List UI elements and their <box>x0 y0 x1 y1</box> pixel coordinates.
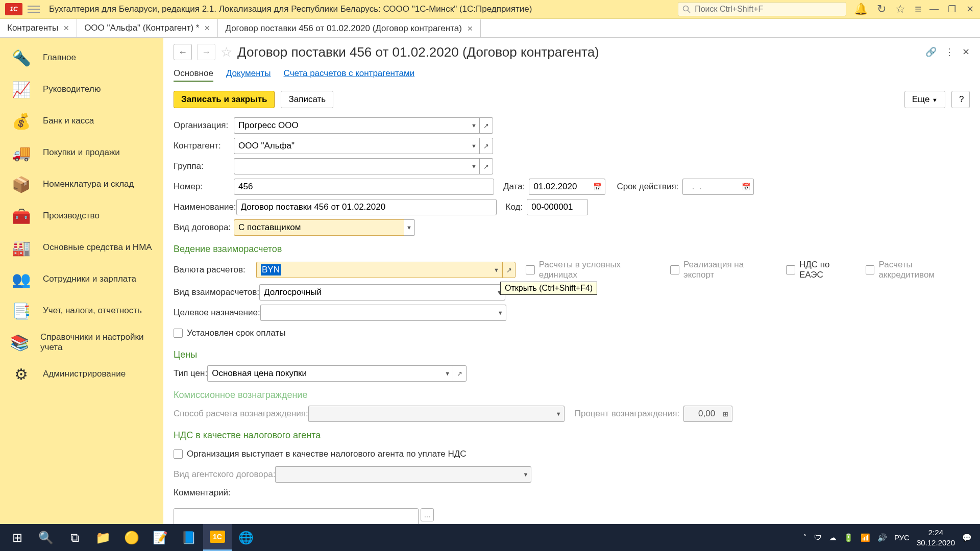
chk-vat-agent[interactable]: Организация выступает в качестве налогов… <box>174 449 467 459</box>
currency-field[interactable]: BYN ▼ ↗ <box>256 262 516 278</box>
group-field[interactable]: ▼ ↗ <box>234 158 493 174</box>
edge-icon[interactable]: 🌐 <box>232 524 260 551</box>
org-input[interactable] <box>234 117 469 134</box>
global-search[interactable] <box>678 2 846 16</box>
start-button[interactable]: ⊞ <box>3 524 32 551</box>
purpose-field[interactable]: ▼ <box>260 305 506 321</box>
subtab-documents[interactable]: Документы <box>226 66 271 82</box>
currency-input[interactable]: BYN <box>256 262 491 278</box>
chevron-down-icon[interactable]: ▼ <box>404 219 415 236</box>
save-button[interactable]: Записать <box>281 91 333 108</box>
history-icon[interactable]: ↻ <box>877 3 886 16</box>
sidebar-item-admin[interactable]: ⚙Администрирование <box>0 358 163 390</box>
list-icon[interactable]: ≡ <box>915 3 921 16</box>
contractor-field[interactable]: ▼ ↗ <box>234 138 493 154</box>
tab-alpha[interactable]: ООО "Альфа" (Контрагент) * ✕ <box>77 19 218 37</box>
chk-eaes[interactable]: НДС по ЕАЭС <box>786 260 855 280</box>
bell-icon[interactable]: 🔔 <box>854 3 868 16</box>
sidebar-item-manager[interactable]: 📈Руководителю <box>0 73 163 105</box>
calendar-icon[interactable]: 📅 <box>739 179 754 195</box>
name-input[interactable] <box>236 199 497 215</box>
group-input[interactable] <box>234 158 469 174</box>
chevron-down-icon[interactable]: ▼ <box>442 365 453 382</box>
explorer-icon[interactable]: 📁 <box>89 524 117 551</box>
sidebar-item-production[interactable]: 🧰Производство <box>0 200 163 232</box>
chevron-down-icon[interactable]: ▼ <box>469 117 480 134</box>
checkbox-icon[interactable] <box>174 329 183 338</box>
subtab-main[interactable]: Основное <box>174 66 213 82</box>
search-input[interactable] <box>694 4 842 14</box>
date-field[interactable]: 📅 <box>529 179 605 195</box>
contractor-input[interactable] <box>234 138 469 154</box>
help-button[interactable]: ? <box>951 91 970 108</box>
purpose-input[interactable] <box>260 305 495 321</box>
sidebar-item-hr[interactable]: 👥Сотрудники и зарплата <box>0 263 163 295</box>
more-icon[interactable]: ⋮ <box>945 46 954 58</box>
cortana-icon[interactable]: 🔍 <box>32 524 60 551</box>
tray-clock[interactable]: 2:24 30.12.2020 <box>917 528 955 548</box>
forward-button[interactable]: → <box>197 44 215 60</box>
contract-type-field[interactable]: ▼ <box>234 219 415 236</box>
price-type-field[interactable]: ▼ ↗ <box>207 365 467 382</box>
validity-field[interactable]: 📅 <box>682 179 754 195</box>
chrome-icon[interactable]: 🟡 <box>117 524 146 551</box>
tab-contractors[interactable]: Контрагенты ✕ <box>0 19 77 37</box>
chk-payment-term[interactable]: Установлен срок оплаты <box>174 328 285 338</box>
back-button[interactable]: ← <box>174 44 192 60</box>
checkbox-icon[interactable] <box>174 449 183 459</box>
checkbox-icon[interactable] <box>786 265 795 274</box>
contract-type-input[interactable] <box>234 219 404 236</box>
comment-input[interactable] <box>174 508 419 524</box>
validity-input[interactable] <box>682 179 739 195</box>
link-icon[interactable]: 🔗 <box>925 46 937 58</box>
org-field[interactable]: ▼ ↗ <box>234 117 493 134</box>
close-icon[interactable]: ✕ <box>965 4 975 15</box>
minimize-icon[interactable]: — <box>929 4 939 15</box>
favorite-icon[interactable]: ☆ <box>220 44 232 60</box>
tray-chevron-icon[interactable]: ˄ <box>803 533 807 542</box>
open-icon[interactable]: ↗ <box>480 138 493 154</box>
open-icon[interactable]: ↗ <box>480 158 493 174</box>
chevron-down-icon[interactable]: ▼ <box>469 138 480 154</box>
open-icon[interactable]: ↗ <box>453 365 467 382</box>
subtab-accounts[interactable]: Счета расчетов с контрагентами <box>284 66 415 82</box>
calendar-icon[interactable]: 📅 <box>590 179 605 195</box>
sidebar-item-stock[interactable]: 📦Номенклатура и склад <box>0 168 163 200</box>
sidebar-item-sales[interactable]: 🚚Покупки и продажи <box>0 137 163 168</box>
price-type-input[interactable] <box>207 365 442 382</box>
tray-wifi-icon[interactable]: 📶 <box>861 533 870 542</box>
tray-notifications-icon[interactable]: 💬 <box>962 533 972 542</box>
sidebar-item-bank[interactable]: 💰Банк и касса <box>0 105 163 137</box>
close-panel-icon[interactable]: ✕ <box>962 46 970 58</box>
taskview-icon[interactable]: ⧉ <box>60 524 89 551</box>
open-icon[interactable]: ↗ <box>480 117 493 134</box>
date-input[interactable] <box>529 179 590 195</box>
close-icon[interactable]: ✕ <box>63 24 69 32</box>
checkbox-icon[interactable] <box>526 265 535 274</box>
tray-volume-icon[interactable]: 🔊 <box>877 533 887 542</box>
1c-icon[interactable]: 1C <box>203 524 232 551</box>
menu-icon[interactable] <box>28 6 40 13</box>
checkbox-icon[interactable] <box>670 265 679 274</box>
close-icon[interactable]: ✕ <box>204 24 210 32</box>
word-icon[interactable]: 📘 <box>175 524 203 551</box>
notes-icon[interactable]: 📝 <box>146 524 175 551</box>
sidebar-item-main[interactable]: 🔦Главное <box>0 42 163 73</box>
expand-icon[interactable]: … <box>421 508 434 521</box>
sidebar-item-assets[interactable]: 🏭Основные средства и НМА <box>0 232 163 263</box>
save-close-button[interactable]: Записать и закрыть <box>174 91 275 108</box>
tray-cloud-icon[interactable]: ☁ <box>829 533 837 542</box>
restore-icon[interactable]: ❐ <box>947 4 957 15</box>
chevron-down-icon[interactable]: ▼ <box>491 262 502 278</box>
checkbox-icon[interactable] <box>866 265 875 274</box>
settlement-type-input[interactable] <box>259 284 494 300</box>
tray-lang[interactable]: РУС <box>894 533 910 542</box>
number-input[interactable] <box>234 179 494 195</box>
open-icon[interactable]: ↗ <box>502 262 516 278</box>
chevron-down-icon[interactable]: ▼ <box>495 305 506 321</box>
sidebar-item-tax[interactable]: 📑Учет, налоги, отчетность <box>0 295 163 327</box>
star-icon[interactable]: ☆ <box>895 3 905 16</box>
tray-shield-icon[interactable]: 🛡 <box>814 533 822 542</box>
close-icon[interactable]: ✕ <box>467 24 473 33</box>
tray-battery-icon[interactable]: 🔋 <box>844 533 853 542</box>
